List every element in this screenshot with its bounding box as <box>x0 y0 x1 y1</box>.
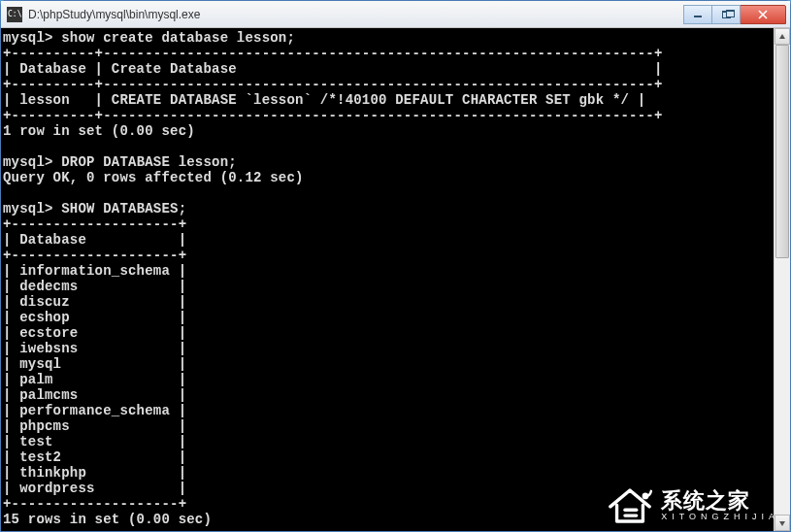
result-text: 1 row in set (0.00 sec) <box>3 123 195 139</box>
maximize-button[interactable] <box>711 5 741 24</box>
table-border: +----------+----------------------------… <box>3 77 663 92</box>
table-row: | thinkphp | <box>3 465 186 481</box>
scroll-up-button[interactable] <box>775 28 790 45</box>
table-border: +----------+----------------------------… <box>3 46 663 61</box>
app-window: D:\phpStudy\mysql\bin\mysql.exe mysql> s… <box>0 0 791 532</box>
table-row: | lesson | CREATE DATABASE `lesson` /*!4… <box>3 92 645 108</box>
terminal-output[interactable]: mysql> show create database lesson; +---… <box>1 28 774 531</box>
table-row: | iwebsns | <box>3 341 186 356</box>
table-row: | test | <box>3 434 186 449</box>
close-button[interactable] <box>740 5 786 24</box>
table-header: | Database | <box>3 232 186 248</box>
prompt: mysql> <box>3 30 53 46</box>
table-border: +--------------------+ <box>3 216 186 232</box>
table-row: | information_schema | <box>3 263 186 279</box>
table-row: | palm | <box>3 372 186 387</box>
scroll-down-button[interactable] <box>775 515 790 531</box>
table-row: | test2 | <box>3 449 186 465</box>
result-text: Query OK, 0 rows affected (0.12 sec) <box>3 170 304 185</box>
table-row: | mysql | <box>3 356 186 372</box>
table-border: +----------+----------------------------… <box>3 108 663 123</box>
cmd-show-create: show create database lesson; <box>61 30 295 46</box>
svg-marker-3 <box>779 34 785 39</box>
cmd-show-databases: SHOW DATABASES; <box>61 201 186 216</box>
vertical-scrollbar[interactable] <box>774 28 790 531</box>
titlebar[interactable]: D:\phpStudy\mysql\bin\mysql.exe <box>1 1 790 28</box>
scrollbar-thumb[interactable] <box>775 45 789 258</box>
svg-marker-4 <box>779 521 785 526</box>
cmd-drop-database: DROP DATABASE lesson; <box>61 154 237 170</box>
prompt: mysql> <box>3 154 53 170</box>
scrollbar-track[interactable] <box>775 45 790 515</box>
table-border: +--------------------+ <box>3 496 186 512</box>
client-area: mysql> show create database lesson; +---… <box>1 28 790 531</box>
window-title: D:\phpStudy\mysql\bin\mysql.exe <box>28 8 684 21</box>
table-row: | discuz | <box>3 294 186 310</box>
prompt: mysql> <box>3 201 53 216</box>
table-row: | dedecms | <box>3 279 186 294</box>
table-border: +--------------------+ <box>3 248 186 263</box>
window-controls <box>684 5 786 24</box>
table-row: | ecshop | <box>3 310 186 325</box>
table-row: | performance_schema | <box>3 403 186 418</box>
app-icon <box>7 7 22 22</box>
table-row: | phpcms | <box>3 418 186 434</box>
minimize-button[interactable] <box>683 5 712 24</box>
table-header: | Database | Create Database | <box>3 61 663 77</box>
result-text: 15 rows in set (0.00 sec) <box>3 512 212 527</box>
table-row: | palmcms | <box>3 387 186 403</box>
table-row: | ecstore | <box>3 325 186 341</box>
table-row: | wordpress | <box>3 481 186 496</box>
